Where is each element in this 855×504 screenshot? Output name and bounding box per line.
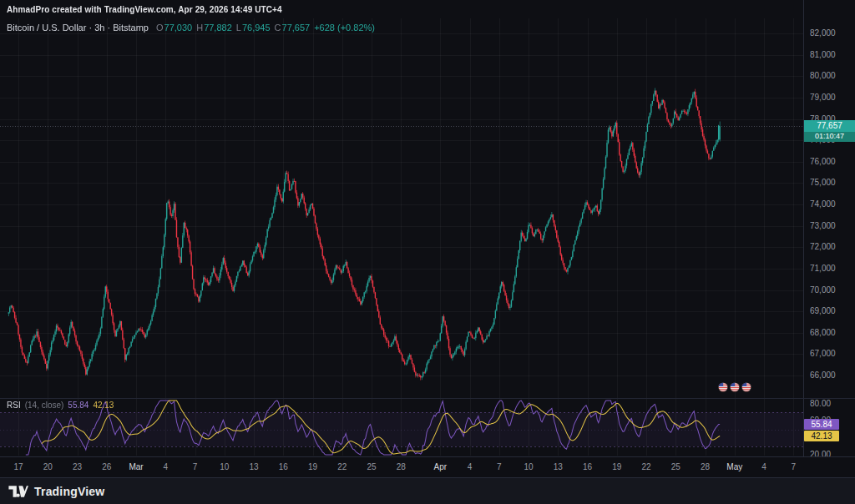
candlestick-chart-canvas[interactable] [0,0,803,456]
ohlc-open-value: 77,030 [164,23,193,33]
time-tick-label: 26 [102,462,111,471]
us-flag-icon [718,382,728,392]
price-tick-label: 74,000 [810,200,836,209]
time-axis[interactable]: 17202326Mar4710131619222528Apr4710131619… [0,456,855,478]
bottom-toolbar: TradingView [0,477,855,504]
time-tick-label: 19 [308,462,317,471]
time-tick-label: 7 [497,462,502,471]
price-tick-label: 80,000 [810,72,836,80]
price-tick-label: 68,000 [810,329,836,337]
chart-attribution: AhmadPro created with TradingView.com, A… [7,5,282,14]
ohlc-open-label: O [156,23,164,33]
price-tick-label: 72,000 [810,243,836,251]
time-tick-label: 28 [397,462,406,471]
time-tick-label: 23 [73,462,82,471]
last-price-badge: 77,657 01:10:47 [804,120,855,142]
us-flag-icon [730,382,740,392]
time-tick-label: 28 [701,462,710,471]
time-tick-label: 10 [524,462,533,471]
time-tick-label: Mar [129,462,143,471]
bar-countdown: 01:10:47 [804,132,855,142]
ohlc-low-label: L [236,23,241,33]
time-tick-label: 22 [641,462,650,471]
rsi-ma-badge: 42.13 [804,431,839,441]
chart-legend: Bitcoin / U.S. Dollar · 3h · Bitstamp O … [7,23,375,33]
price-tick-label: 75,000 [810,179,836,187]
last-price-value: 77,657 [804,120,855,132]
price-tick-label: 82,000 [810,29,836,38]
time-tick-label: 20 [43,462,53,471]
price-axis[interactable]: 82,00081,00080,00079,00078,00077,00076,0… [803,0,855,456]
time-tick-label: 4 [761,462,766,471]
time-tick-label: 4 [163,462,168,471]
time-tick-label: May [726,462,742,471]
time-tick-label: 19 [612,462,621,471]
ohlc-close-value: 77,657 [282,23,311,33]
rsi-legend: RSI (14, close) 55.84 42.13 [7,401,114,410]
time-tick-label: 13 [554,462,563,471]
price-tick-label: 73,000 [810,222,836,230]
time-tick-label: 7 [193,462,198,471]
price-tick-label: 67,000 [810,350,836,358]
time-tick-label: 17 [13,462,23,471]
time-tick-label: 22 [337,462,347,471]
ohlc-change: +628 (+0.82%) [314,23,375,33]
rsi-value-badge: 55.84 [804,419,839,430]
symbol-title[interactable]: Bitcoin / U.S. Dollar · 3h · Bitstamp [7,23,149,33]
time-tick-label: 25 [367,462,376,471]
ohlc-high-value: 77,882 [204,23,232,33]
rsi-legend-ma-value: 42.13 [93,401,114,410]
rsi-legend-value: 55.84 [68,401,89,410]
tradingview-logo-icon [8,485,28,498]
time-tick-label: 16 [583,462,592,471]
time-tick-label: 13 [249,462,258,471]
rsi-label[interactable]: RSI [7,401,21,410]
time-tick-label: 25 [671,462,680,471]
price-tick-label: 76,000 [810,158,836,166]
price-tick-label: 71,000 [810,265,836,273]
price-tick-label: 81,000 [810,51,836,59]
ohlc-high-label: H [196,23,203,33]
ohlc-close-label: C [275,23,281,33]
price-tick-label: 66,000 [810,371,836,380]
time-tick-label: 10 [220,462,229,471]
time-tick-label: Apr [433,462,447,471]
ohlc-low-value: 76,945 [242,23,271,33]
time-tick-label: 16 [279,462,288,471]
price-tick-label: 79,000 [810,93,836,102]
pane-separator[interactable] [0,398,855,399]
price-tick-label: 69,000 [810,307,836,315]
rsi-tick-label: 80.00 [810,400,831,408]
rsi-params: (14, close) [25,401,64,410]
time-tick-label: 7 [791,462,796,471]
event-flag-stickers[interactable] [718,382,751,392]
price-tick-label: 70,000 [810,286,836,295]
tradingview-logo[interactable]: TradingView [8,485,104,498]
tradingview-wordmark: TradingView [34,485,104,498]
time-tick-label: 4 [468,462,473,471]
us-flag-icon [741,382,751,392]
